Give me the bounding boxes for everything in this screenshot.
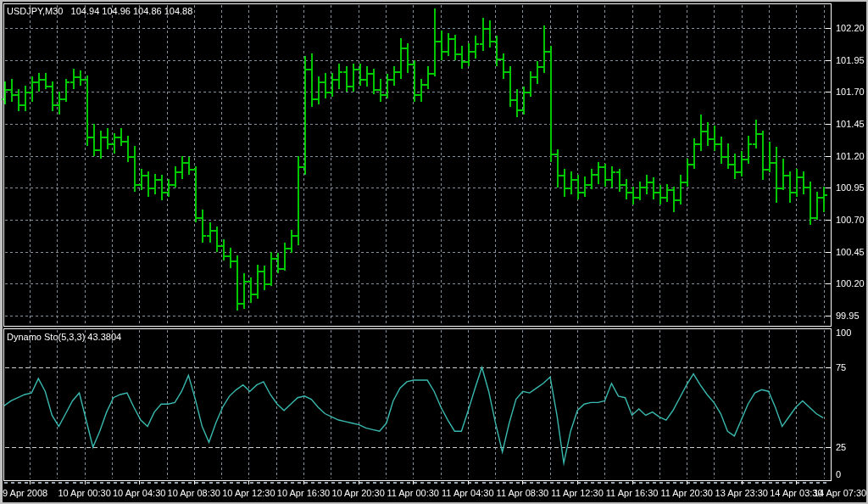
- chart-window: USDJPY,M30 104.94 104.96 104.86 104.88 D…: [0, 0, 868, 504]
- indicator-label: Dynamo Sto(5,3,3) 43.3804: [7, 332, 121, 342]
- price-pane[interactable]: [3, 3, 832, 327]
- indicator-pane[interactable]: [3, 328, 832, 481]
- chart-title: USDJPY,M30 104.94 104.96 104.86 104.88: [7, 6, 192, 16]
